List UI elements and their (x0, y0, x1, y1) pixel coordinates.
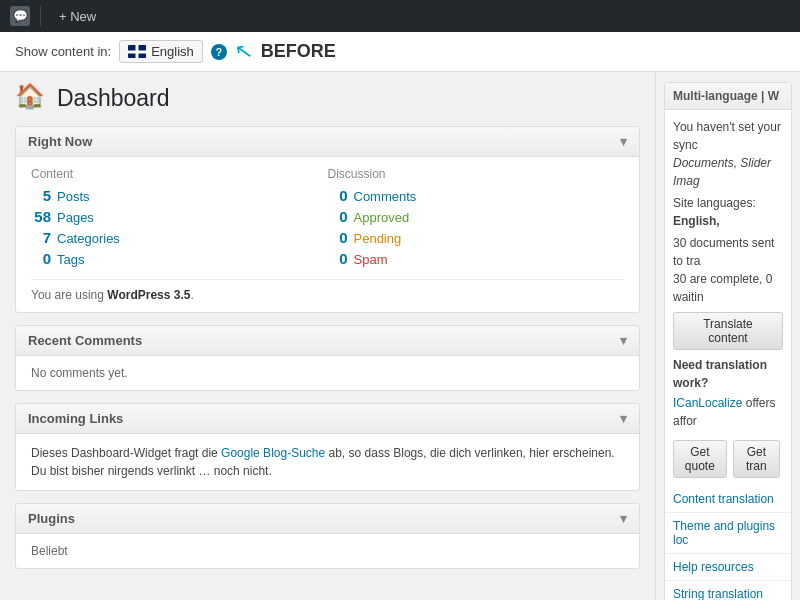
plugins-subtext: Beliebt (31, 544, 624, 558)
right-now-title: Right Now (28, 134, 92, 149)
admin-bar: 💬 + New (0, 0, 800, 32)
need-translation: Need translation work? (673, 356, 783, 392)
icanlocalize-link[interactable]: ICanLocalize (673, 396, 742, 410)
docs-text: Documents, Slider Imag (673, 154, 783, 190)
tags-link[interactable]: Tags (57, 252, 84, 267)
docs-count: 30 documents sent to tra (673, 234, 783, 270)
spam-count: 0 (328, 250, 348, 267)
plugins-content: Beliebt (16, 534, 639, 568)
house-icon: 🏠 (15, 82, 47, 114)
rn-spam: 0 Spam (328, 250, 625, 267)
rn-pages: 58 Pages (31, 208, 328, 225)
google-blog-search-link[interactable]: Google Blog-Suche (221, 446, 325, 460)
icanlocalize-text: ICanLocalize offers affor (673, 394, 783, 430)
incoming-links-widget: Incoming Links ▾ Dieses Dashboard-Widget… (15, 403, 640, 491)
pending-link[interactable]: Pending (354, 231, 402, 246)
before-label: BEFORE (261, 41, 336, 62)
string-translation-item[interactable]: String translation (665, 581, 791, 600)
sync-text: You haven't set your sync (673, 118, 783, 154)
main-layout: 🏠 Dashboard Right Now ▾ Content 5 Posts (0, 72, 800, 600)
multilang-widget: Multi-language | W You haven't set your … (664, 82, 792, 600)
multilang-header: Multi-language | W (665, 83, 791, 110)
rn-comments: 0 Comments (328, 187, 625, 204)
sidebar: Multi-language | W You haven't set your … (655, 72, 800, 600)
multilang-content: You haven't set your sync Documents, Sli… (665, 110, 791, 486)
help-icon[interactable]: ? (211, 44, 227, 60)
pages-link[interactable]: Pages (57, 210, 94, 225)
get-quote-btn[interactable]: Get quote (673, 440, 727, 478)
right-now-grid: Content 5 Posts 58 Pages 7 Categories (31, 167, 624, 271)
wp-version-text: You are using WordPress 3.5. (31, 288, 624, 302)
page-title-row: 🏠 Dashboard (15, 82, 640, 114)
rn-tags: 0 Tags (31, 250, 328, 267)
plugins-widget: Plugins ▾ Beliebt (15, 503, 640, 569)
language-selector[interactable]: English (119, 40, 203, 63)
content-translation-item[interactable]: Content translation (665, 486, 791, 513)
rn-pending: 0 Pending (328, 229, 625, 246)
arrow-cursor: ↖ (233, 39, 255, 64)
discussion-section-title: Discussion (328, 167, 625, 181)
translate-content-btn[interactable]: Translate content (673, 312, 783, 350)
pending-count: 0 (328, 229, 348, 246)
quote-buttons: Get quote Get tran (673, 436, 783, 478)
collapse-icon-4[interactable]: ▾ (620, 511, 627, 526)
divider (31, 279, 624, 280)
spam-link[interactable]: Spam (354, 252, 388, 267)
collapse-icon[interactable]: ▾ (620, 134, 627, 149)
comments-count: 0 (328, 187, 348, 204)
incoming-links-header: Incoming Links ▾ (16, 404, 639, 434)
incoming-links-content: Dieses Dashboard-Widget fragt die Google… (16, 434, 639, 490)
right-now-content: Content 5 Posts 58 Pages 7 Categories (16, 157, 639, 312)
collapse-icon-3[interactable]: ▾ (620, 411, 627, 426)
flag-icon (128, 45, 146, 58)
rn-posts: 5 Posts (31, 187, 328, 204)
new-label: + New (59, 9, 96, 24)
recent-comments-header: Recent Comments ▾ (16, 326, 639, 356)
incoming-text: Dieses Dashboard-Widget fragt die Google… (31, 444, 624, 480)
rn-approved: 0 Approved (328, 208, 625, 225)
separator (40, 6, 41, 26)
incoming-links-title: Incoming Links (28, 411, 123, 426)
recent-comments-title: Recent Comments (28, 333, 142, 348)
approved-count: 0 (328, 208, 348, 225)
categories-count: 7 (31, 229, 51, 246)
show-content-bar: Show content in: English ? ↖ BEFORE (0, 32, 800, 72)
comments-link[interactable]: Comments (354, 189, 417, 204)
get-tran-btn[interactable]: Get tran (733, 440, 780, 478)
show-content-label: Show content in: (15, 44, 111, 59)
theme-plugins-item[interactable]: Theme and plugins loc (665, 513, 791, 554)
language-label: English (151, 44, 194, 59)
site-languages: Site languages: English, (673, 194, 783, 230)
pages-count: 58 (31, 208, 51, 225)
content-area: 🏠 Dashboard Right Now ▾ Content 5 Posts (0, 72, 655, 600)
rn-categories: 7 Categories (31, 229, 328, 246)
posts-count: 5 (31, 187, 51, 204)
approved-link[interactable]: Approved (354, 210, 410, 225)
new-button[interactable]: + New (51, 0, 104, 32)
recent-comments-widget: Recent Comments ▾ No comments yet. (15, 325, 640, 391)
comments-icon[interactable]: 💬 (10, 6, 30, 26)
help-resources-item[interactable]: Help resources (665, 554, 791, 581)
discussion-section: Discussion 0 Comments 0 Approved 0 Pendi… (328, 167, 625, 271)
right-now-widget: Right Now ▾ Content 5 Posts 58 Pages (15, 126, 640, 313)
plugins-header: Plugins ▾ (16, 504, 639, 534)
collapse-icon-2[interactable]: ▾ (620, 333, 627, 348)
tags-count: 0 (31, 250, 51, 267)
no-comments-text: No comments yet. (31, 366, 624, 380)
content-section: Content 5 Posts 58 Pages 7 Categories (31, 167, 328, 271)
posts-link[interactable]: Posts (57, 189, 90, 204)
docs-complete: 30 are complete, 0 waitin (673, 270, 783, 306)
plugins-title: Plugins (28, 511, 75, 526)
page-title: Dashboard (57, 85, 170, 112)
recent-comments-content: No comments yet. (16, 356, 639, 390)
right-now-header: Right Now ▾ (16, 127, 639, 157)
content-section-title: Content (31, 167, 328, 181)
categories-link[interactable]: Categories (57, 231, 120, 246)
